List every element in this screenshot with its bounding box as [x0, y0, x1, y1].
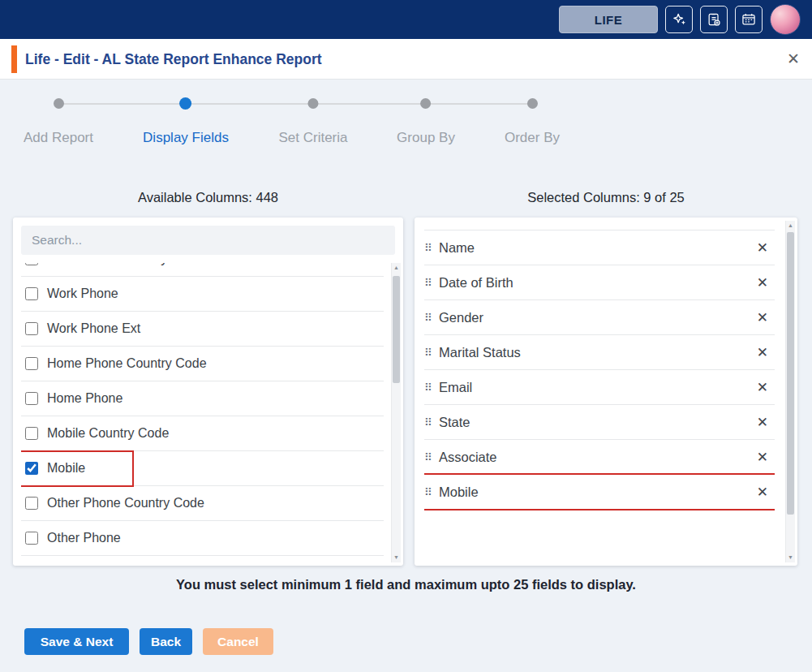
row-checkbox[interactable] [25, 462, 38, 475]
row-label: State [439, 415, 470, 430]
accent-bar [11, 45, 17, 73]
row-label: Gender [439, 310, 483, 325]
list-item[interactable]: ⠿ Gender ✕ [424, 300, 775, 335]
avatar[interactable] [770, 4, 801, 35]
topbar: LIFE [0, 0, 812, 39]
sparkle-icon-button[interactable] [665, 6, 693, 33]
drag-handle-icon[interactable]: ⠿ [424, 218, 439, 218]
validation-note: You must select minimum 1 field and maxi… [0, 577, 812, 592]
remove-icon[interactable]: ✕ [757, 309, 775, 326]
step-label: Set Criteria [278, 130, 347, 146]
remove-icon[interactable]: ✕ [757, 449, 775, 466]
row-label: Mobile [47, 461, 85, 476]
list-item[interactable]: ⠿ State ✕ [424, 405, 775, 440]
remove-icon[interactable]: ✕ [757, 274, 775, 291]
drag-handle-icon[interactable]: ⠿ [424, 278, 439, 288]
list-item[interactable]: ⠿ Email ✕ [424, 370, 775, 405]
row-checkbox[interactable] [25, 263, 38, 265]
row-label: Other Phone [47, 531, 121, 545]
remove-icon[interactable]: ✕ [757, 414, 775, 431]
list-item-mobile-highlighted[interactable]: ⠿ Mobile ✕ [424, 475, 775, 510]
step-set-criteria[interactable]: Set Criteria [278, 98, 347, 146]
scrollbar-thumb[interactable] [393, 276, 400, 383]
list-item[interactable]: Mobile Country Code [21, 416, 384, 451]
available-list: Work Phone Country Code Work Phone Work … [21, 263, 384, 563]
list-item[interactable]: ⠿ Marital Status ✕ [424, 335, 775, 370]
drag-handle-icon[interactable]: ⠿ [424, 347, 439, 358]
selected-columns-header: Selected Columns: 9 of 25 [415, 190, 797, 205]
row-checkbox[interactable] [25, 497, 38, 510]
remove-icon[interactable]: ✕ [757, 239, 775, 256]
drag-handle-icon[interactable]: ⠿ [424, 243, 439, 253]
stepper: Add Report Display Fields Set Criteria G… [0, 80, 812, 173]
row-label: Mobile [439, 485, 479, 500]
drag-handle-icon[interactable]: ⠿ [424, 382, 439, 393]
scroll-up-icon[interactable]: ▲ [786, 221, 795, 230]
calendar-icon [741, 11, 757, 28]
list-item[interactable]: Work Phone Ext [21, 312, 384, 347]
row-label: Work Phone Ext [47, 321, 140, 336]
remove-icon[interactable]: ✕ [757, 379, 775, 396]
list-item[interactable]: ⠿ Name ✕ [424, 230, 775, 265]
step-label: Display Fields [143, 130, 229, 146]
list-item[interactable]: Home Phone Country Code [21, 347, 384, 381]
scrollbar[interactable]: ▲ ▼ [391, 263, 401, 562]
remove-icon[interactable]: ✕ [757, 484, 775, 501]
step-label: Group By [397, 130, 455, 146]
row-label: Home Phone [47, 391, 122, 406]
row-label: Other Phone Country Code [47, 496, 204, 510]
row-checkbox[interactable] [25, 532, 38, 545]
list-item-partial[interactable]: ⠿ ✕ [424, 218, 775, 230]
list-item-mobile-checked[interactable]: Mobile [21, 451, 384, 486]
calendar-icon-button[interactable] [735, 6, 763, 33]
list-item[interactable]: Work Phone [21, 277, 384, 312]
search-input[interactable] [21, 226, 395, 255]
remove-icon[interactable]: ✕ [757, 218, 775, 222]
row-checkbox[interactable] [25, 287, 38, 300]
sparkle-icon [671, 11, 687, 28]
step-add-report[interactable]: Add Report [24, 98, 93, 146]
step-order-by[interactable]: Order By [505, 98, 560, 146]
row-label: Work Phone [47, 286, 118, 301]
step-dot [527, 98, 538, 109]
row-checkbox[interactable] [25, 357, 38, 370]
button-row: Save & Next Back Cancel [24, 628, 273, 655]
list-item[interactable]: Other Phone Country Code [21, 486, 384, 521]
back-button[interactable]: Back [140, 628, 192, 655]
step-group-by[interactable]: Group By [397, 98, 455, 146]
drag-handle-icon[interactable]: ⠿ [424, 452, 439, 463]
drag-handle-icon[interactable]: ⠿ [424, 487, 439, 498]
life-button[interactable]: LIFE [559, 6, 658, 33]
step-display-fields[interactable]: Display Fields [143, 98, 229, 146]
row-checkbox[interactable] [25, 392, 38, 405]
row-checkbox[interactable] [25, 427, 38, 440]
list-item[interactable]: Work Phone Country Code [21, 263, 384, 277]
available-columns-header: Available Columns: 448 [13, 190, 403, 205]
drag-handle-icon[interactable]: ⠿ [424, 312, 439, 323]
close-icon[interactable]: ✕ [787, 39, 800, 80]
available-columns-panel: Work Phone Country Code Work Phone Work … [13, 218, 403, 566]
row-label: Mobile Country Code [47, 426, 169, 441]
step-dot [421, 98, 432, 109]
page-title: Life - Edit - AL State Report Enhance Re… [25, 39, 322, 80]
scroll-down-icon[interactable]: ▼ [392, 553, 401, 562]
scroll-down-icon[interactable]: ▼ [786, 553, 795, 562]
list-item[interactable]: Other Phone [21, 521, 384, 556]
save-next-button[interactable]: Save & Next [24, 628, 129, 655]
scroll-up-icon[interactable]: ▲ [392, 263, 401, 273]
step-label: Order By [505, 130, 560, 146]
drag-handle-icon[interactable]: ⠿ [424, 417, 439, 428]
remove-icon[interactable]: ✕ [757, 344, 775, 361]
row-label: Work Phone Country Code [47, 263, 202, 266]
list-item[interactable]: Home Phone [21, 381, 384, 416]
cancel-button[interactable]: Cancel [203, 628, 273, 655]
scrollbar[interactable]: ▲ ▼ [785, 221, 795, 562]
row-label: Email [439, 380, 472, 395]
list-item[interactable]: ⠿ Associate ✕ [424, 440, 775, 475]
list-item[interactable]: ⠿ Date of Birth ✕ [424, 265, 775, 300]
row-checkbox[interactable] [25, 322, 38, 335]
scrollbar-thumb[interactable] [787, 232, 794, 515]
selected-list: ⠿ ✕ ⠿ Name ✕ ⠿ Date of Birth ✕ ⠿ Gender … [424, 218, 775, 533]
step-dot [54, 98, 64, 109]
clipboard-add-icon-button[interactable] [700, 6, 728, 33]
